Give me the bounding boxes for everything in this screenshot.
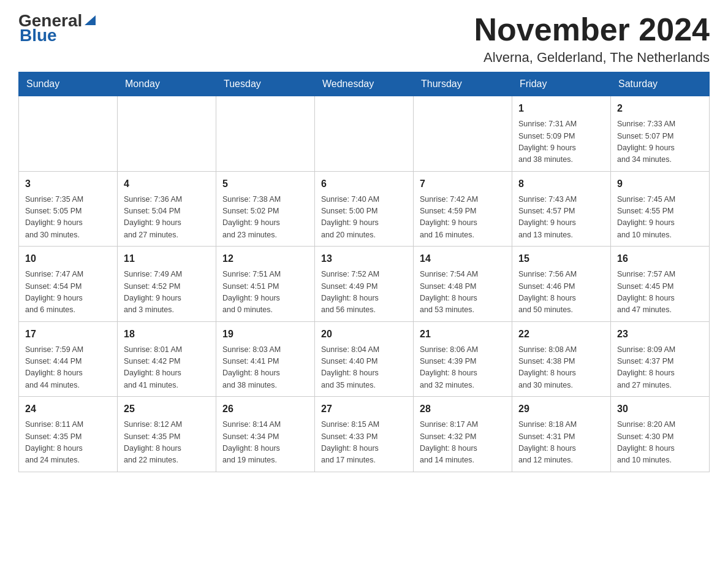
day-number: 23 [617,327,703,342]
day-info: Sunrise: 8:15 AMSunset: 4:33 PMDaylight:… [321,419,407,467]
day-info: Sunrise: 7:42 AMSunset: 4:59 PMDaylight:… [420,194,506,242]
day-info: Sunrise: 7:54 AMSunset: 4:48 PMDaylight:… [420,269,506,316]
day-info: Sunrise: 7:36 AMSunset: 5:04 PMDaylight:… [124,194,210,242]
day-info: Sunrise: 7:57 AMSunset: 4:45 PMDaylight:… [617,269,703,316]
calendar-cell: 1Sunrise: 7:31 AMSunset: 5:09 PMDaylight… [512,96,611,172]
day-number: 28 [420,402,506,416]
calendar-cell: 7Sunrise: 7:42 AMSunset: 4:59 PMDaylight… [414,171,512,247]
calendar-cell: 11Sunrise: 7:49 AMSunset: 4:52 PMDayligh… [118,247,216,322]
weekday-header-row: SundayMondayTuesdayWednesdayThursdayFrid… [19,72,710,96]
calendar-cell: 8Sunrise: 7:43 AMSunset: 4:57 PMDaylight… [512,171,611,247]
day-info: Sunrise: 8:06 AMSunset: 4:39 PMDaylight:… [420,344,506,392]
day-info: Sunrise: 8:17 AMSunset: 4:32 PMDaylight:… [420,419,506,467]
day-info: Sunrise: 7:49 AMSunset: 4:52 PMDaylight:… [124,269,210,316]
calendar-cell: 13Sunrise: 7:52 AMSunset: 4:49 PMDayligh… [315,247,414,322]
day-info: Sunrise: 7:33 AMSunset: 5:07 PMDaylight:… [617,118,703,166]
calendar-cell: 3Sunrise: 7:35 AMSunset: 5:05 PMDaylight… [19,171,118,247]
day-number: 21 [420,327,506,342]
calendar-cell: 19Sunrise: 8:03 AMSunset: 4:41 PMDayligh… [216,321,315,397]
calendar-table: SundayMondayTuesdayWednesdayThursdayFrid… [18,72,710,472]
week-row-2: 3Sunrise: 7:35 AMSunset: 5:05 PMDaylight… [19,171,710,247]
day-number: 16 [617,251,703,266]
calendar-cell: 5Sunrise: 7:38 AMSunset: 5:02 PMDaylight… [216,171,315,247]
day-info: Sunrise: 7:35 AMSunset: 5:05 PMDaylight:… [25,194,111,242]
day-info: Sunrise: 7:52 AMSunset: 4:49 PMDaylight:… [321,269,407,316]
calendar-cell: 25Sunrise: 8:12 AMSunset: 4:35 PMDayligh… [118,397,216,472]
calendar-cell: 20Sunrise: 8:04 AMSunset: 4:40 PMDayligh… [315,321,414,397]
day-number: 7 [420,177,506,191]
calendar-cell: 12Sunrise: 7:51 AMSunset: 4:51 PMDayligh… [216,247,315,322]
calendar-cell: 18Sunrise: 8:01 AMSunset: 4:42 PMDayligh… [118,321,216,397]
location: Alverna, Gelderland, The Netherlands [474,50,710,66]
day-info: Sunrise: 7:59 AMSunset: 4:44 PMDaylight:… [25,344,111,392]
calendar-cell: 28Sunrise: 8:17 AMSunset: 4:32 PMDayligh… [414,397,512,472]
day-number: 24 [25,402,111,416]
page-header: General Blue November 2024 Alverna, Geld… [18,12,710,66]
day-info: Sunrise: 8:11 AMSunset: 4:35 PMDaylight:… [25,419,111,467]
week-row-1: 1Sunrise: 7:31 AMSunset: 5:09 PMDaylight… [19,96,710,172]
day-number: 2 [617,101,703,116]
weekday-header-monday: Monday [118,72,216,96]
week-row-5: 24Sunrise: 8:11 AMSunset: 4:35 PMDayligh… [19,397,710,472]
day-number: 6 [321,177,407,191]
calendar-cell: 16Sunrise: 7:57 AMSunset: 4:45 PMDayligh… [611,247,710,322]
day-number: 17 [25,327,111,342]
weekday-header-tuesday: Tuesday [216,72,315,96]
calendar-cell: 2Sunrise: 7:33 AMSunset: 5:07 PMDaylight… [611,96,710,172]
day-number: 8 [518,177,604,191]
calendar-cell: 22Sunrise: 8:08 AMSunset: 4:38 PMDayligh… [512,321,611,397]
day-info: Sunrise: 7:43 AMSunset: 4:57 PMDaylight:… [518,194,604,242]
day-number: 5 [222,177,308,191]
day-number: 25 [124,402,210,416]
weekday-header-thursday: Thursday [414,72,512,96]
calendar-cell [19,96,118,172]
week-row-4: 17Sunrise: 7:59 AMSunset: 4:44 PMDayligh… [19,321,710,397]
day-info: Sunrise: 8:09 AMSunset: 4:37 PMDaylight:… [617,344,703,392]
calendar-cell [414,96,512,172]
day-number: 9 [617,177,703,191]
day-number: 30 [617,402,703,416]
weekday-header-sunday: Sunday [19,72,118,96]
weekday-header-wednesday: Wednesday [315,72,414,96]
calendar-cell [315,96,414,172]
day-number: 18 [124,327,210,342]
day-number: 15 [518,251,604,266]
day-info: Sunrise: 8:18 AMSunset: 4:31 PMDaylight:… [518,419,604,467]
calendar-cell: 26Sunrise: 8:14 AMSunset: 4:34 PMDayligh… [216,397,315,472]
calendar-cell: 10Sunrise: 7:47 AMSunset: 4:54 PMDayligh… [19,247,118,322]
calendar-cell: 27Sunrise: 8:15 AMSunset: 4:33 PMDayligh… [315,397,414,472]
day-info: Sunrise: 7:47 AMSunset: 4:54 PMDaylight:… [25,269,111,316]
day-number: 11 [124,251,210,266]
month-title: November 2024 [474,12,710,47]
title-area: November 2024 Alverna, Gelderland, The N… [474,12,710,66]
day-number: 13 [321,251,407,266]
day-info: Sunrise: 8:01 AMSunset: 4:42 PMDaylight:… [124,344,210,392]
day-info: Sunrise: 7:38 AMSunset: 5:02 PMDaylight:… [222,194,308,242]
day-number: 29 [518,402,604,416]
week-row-3: 10Sunrise: 7:47 AMSunset: 4:54 PMDayligh… [19,247,710,322]
day-info: Sunrise: 7:51 AMSunset: 4:51 PMDaylight:… [222,269,308,316]
day-number: 19 [222,327,308,342]
day-info: Sunrise: 8:12 AMSunset: 4:35 PMDaylight:… [124,419,210,467]
day-number: 3 [25,177,111,191]
day-number: 10 [25,251,111,266]
day-number: 26 [222,402,308,416]
day-number: 4 [124,177,210,191]
day-info: Sunrise: 8:04 AMSunset: 4:40 PMDaylight:… [321,344,407,392]
day-info: Sunrise: 8:20 AMSunset: 4:30 PMDaylight:… [617,419,703,467]
calendar-cell: 17Sunrise: 7:59 AMSunset: 4:44 PMDayligh… [19,321,118,397]
calendar-cell: 9Sunrise: 7:45 AMSunset: 4:55 PMDaylight… [611,171,710,247]
logo: General Blue [18,12,97,44]
calendar-cell: 15Sunrise: 7:56 AMSunset: 4:46 PMDayligh… [512,247,611,322]
calendar-cell [118,96,216,172]
calendar-cell: 14Sunrise: 7:54 AMSunset: 4:48 PMDayligh… [414,247,512,322]
day-number: 22 [518,327,604,342]
day-info: Sunrise: 7:56 AMSunset: 4:46 PMDaylight:… [518,269,604,316]
day-info: Sunrise: 7:31 AMSunset: 5:09 PMDaylight:… [518,118,604,166]
calendar-cell: 29Sunrise: 8:18 AMSunset: 4:31 PMDayligh… [512,397,611,472]
calendar-cell: 30Sunrise: 8:20 AMSunset: 4:30 PMDayligh… [611,397,710,472]
day-number: 1 [518,101,604,116]
logo-triangle-icon [83,13,97,26]
calendar-cell: 4Sunrise: 7:36 AMSunset: 5:04 PMDaylight… [118,171,216,247]
calendar-cell: 21Sunrise: 8:06 AMSunset: 4:39 PMDayligh… [414,321,512,397]
